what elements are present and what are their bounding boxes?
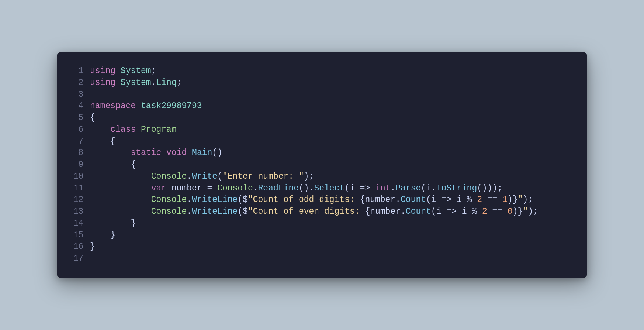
line-number: 3 (57, 89, 90, 101)
line-number: 15 (57, 230, 90, 241)
token: ( (431, 207, 436, 216)
token: } (90, 230, 115, 240)
line-content (90, 253, 577, 265)
token: System (121, 66, 151, 76)
token: ())); (477, 183, 502, 193)
token: Parse (395, 183, 421, 193)
line-content: } (90, 241, 577, 253)
token (90, 125, 110, 134)
code-line: 1using System; (57, 65, 577, 77)
token: 0 (508, 207, 513, 216)
token: i (431, 195, 436, 204)
token: namespace (90, 101, 136, 111)
token: . (187, 172, 192, 181)
line-content: using System.Linq; (90, 77, 577, 89)
token: ToString (436, 183, 477, 193)
token: using (90, 66, 115, 76)
token (115, 78, 121, 87)
line-number: 16 (57, 241, 90, 253)
token: ReadLine (258, 183, 299, 193)
line-content: using System; (90, 65, 577, 77)
token: WriteLine (192, 195, 238, 204)
token: var (151, 183, 166, 193)
token (90, 172, 151, 181)
token (115, 66, 121, 76)
token: int (375, 183, 390, 193)
code-line: 16} (57, 241, 577, 253)
token: Console (151, 195, 187, 204)
token: static (131, 148, 161, 158)
line-number: 17 (57, 253, 90, 265)
code-line: 9 { (57, 159, 577, 171)
token: % (467, 207, 482, 216)
token: () (212, 148, 222, 158)
token: . (187, 207, 192, 216)
token: 1 (502, 195, 508, 204)
line-content: } (90, 218, 577, 230)
token: == (487, 207, 508, 216)
line-number: 2 (57, 77, 90, 89)
line-number: 11 (57, 183, 90, 195)
code-panel: 1using System;2using System.Linq;3 4name… (57, 52, 587, 278)
line-content: var number = Console.ReadLine().Select(i… (90, 183, 577, 195)
token: Linq (156, 78, 176, 87)
token: Select (314, 183, 344, 193)
token: ); (528, 207, 538, 216)
token: i (426, 183, 431, 193)
line-number: 14 (57, 218, 90, 230)
line-content: class Program (90, 124, 577, 136)
token: % (462, 195, 477, 204)
token: Count (406, 207, 431, 216)
token: . (431, 183, 436, 193)
code-line: 3 (57, 89, 577, 101)
line-content: Console.Write("Enter number: "); (90, 171, 577, 183)
token: => (436, 195, 457, 204)
token: void (166, 148, 187, 158)
token: Console (151, 172, 187, 181)
code-line: 13 Console.WriteLine($"Count of even dig… (57, 206, 577, 218)
token: } (90, 219, 136, 228)
code-line: 4namespace task29989793 (57, 100, 577, 112)
token: . (151, 78, 156, 87)
token: System (121, 78, 151, 87)
token: ); (304, 172, 314, 181)
token: number (172, 183, 202, 193)
token: Console (151, 207, 187, 216)
token: i (462, 207, 467, 216)
token: => (441, 207, 461, 216)
token: = (202, 183, 217, 193)
line-number: 1 (57, 65, 90, 77)
token: class (110, 125, 136, 134)
token: )} (508, 195, 518, 204)
token: "Enter number: " (222, 172, 304, 181)
token: ( (217, 172, 222, 181)
line-content: Console.WriteLine($"Count of even digits… (90, 206, 577, 218)
token: " (518, 195, 523, 204)
line-content: { (90, 136, 577, 148)
code-line: 11 var number = Console.ReadLine().Selec… (57, 183, 577, 195)
token (161, 148, 166, 158)
token: == (482, 195, 502, 204)
token (166, 183, 172, 193)
line-content: static void Main() (90, 147, 577, 159)
token: ($ (238, 195, 248, 204)
token: ($ (238, 207, 248, 216)
code-lines: 1using System;2using System.Linq;3 4name… (57, 65, 577, 264)
line-content: } (90, 230, 577, 241)
token (90, 195, 151, 204)
code-line: 6 class Program (57, 124, 577, 136)
line-number: 8 (57, 147, 90, 159)
token (90, 183, 151, 193)
token: { (360, 195, 365, 204)
token: 2 (477, 195, 482, 204)
token: => (355, 183, 375, 193)
token: } (90, 242, 95, 251)
token: i (457, 195, 462, 204)
line-content: { (90, 159, 577, 171)
token: ( (426, 195, 431, 204)
line-number: 7 (57, 136, 90, 148)
line-content: namespace task29989793 (90, 100, 577, 112)
token: "Count of even digits: (248, 207, 365, 216)
line-number: 12 (57, 194, 90, 206)
token: "Count of odd digits: (248, 195, 360, 204)
